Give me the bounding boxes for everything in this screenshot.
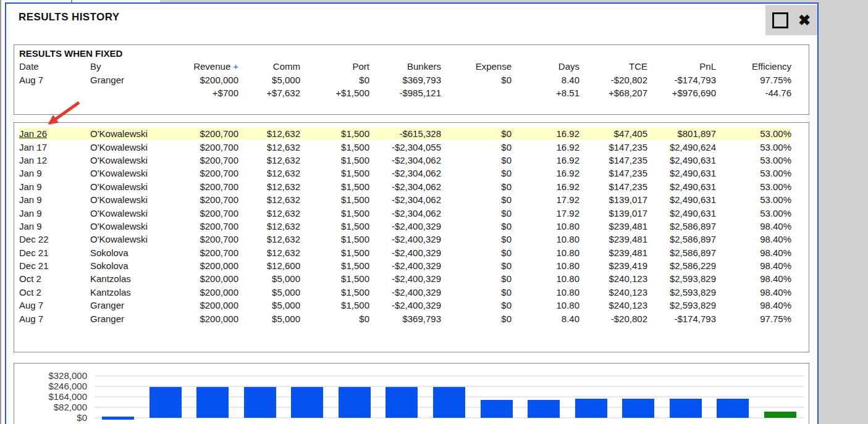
cell-by: Kantzolas xyxy=(90,286,189,299)
cell-days: 10.80 xyxy=(512,259,579,272)
cell-expense: $0 xyxy=(441,286,512,299)
fixed-result-row: Aug 7Granger$200,000$5,000$0$369,793$08.… xyxy=(19,73,791,86)
col-header-efficiency: Efficiency xyxy=(716,60,791,73)
date-link[interactable]: Jan 26 xyxy=(19,127,90,140)
cell-tce: -$20,802 xyxy=(579,312,647,325)
cell-bunkers: -$2,400,329 xyxy=(369,259,441,272)
date-link[interactable]: Aug 7 xyxy=(19,312,90,325)
cell-expense: $0 xyxy=(441,272,512,285)
date-link[interactable]: Dec 22 xyxy=(19,233,90,246)
table-row[interactable]: Jan 9O'Kowalewski$200,700$12,632$1,500-$… xyxy=(19,180,791,193)
cell-expense: $0 xyxy=(441,167,512,180)
cell-by: O'Kowalewski xyxy=(90,154,189,167)
cell-bunkers: -$2,304,055 xyxy=(369,140,441,153)
cell-comm: $12,632 xyxy=(238,140,300,153)
chart-bar xyxy=(102,417,134,420)
cell-revenue: $200,000 xyxy=(189,272,238,285)
cell-expense: $0 xyxy=(441,140,512,153)
cell-revenue: $200,000 xyxy=(189,259,238,272)
date-link[interactable]: Jan 9 xyxy=(19,167,90,180)
table-row[interactable]: Jan 26O'Kowalewski$200,700$12,632$1,500-… xyxy=(19,127,791,140)
cell-pnl: $2,586,897 xyxy=(647,233,716,246)
col-header-days: Days xyxy=(512,60,579,73)
cell-bunkers: -$2,400,329 xyxy=(369,220,441,233)
chart-plot-area: $328,000$246,000$164,000$82,000$0-$82,00… xyxy=(14,364,809,424)
table-row[interactable]: Dec 21Sokolova$200,700$12,632$1,500-$2,4… xyxy=(19,246,791,259)
cell-revenue: $200,700 xyxy=(189,220,238,233)
cell-days: 16.92 xyxy=(512,180,579,193)
date-link[interactable]: Jan 9 xyxy=(19,180,90,193)
date-link[interactable]: Aug 7 xyxy=(19,299,90,312)
cell-efficiency: 98.40% xyxy=(716,246,791,259)
cell-by: O'Kowalewski xyxy=(90,193,189,206)
date-link[interactable]: Oct 2 xyxy=(19,272,90,285)
cell-pnl: $2,586,897 xyxy=(647,220,716,233)
cell-efficiency: 53.00% xyxy=(716,167,791,180)
cell-days: 10.80 xyxy=(512,272,579,285)
chart-bar xyxy=(764,412,796,418)
cell-efficiency: 98.40% xyxy=(716,259,791,272)
table-row[interactable]: Jan 12O'Kowalewski$200,700$12,632$1,500-… xyxy=(19,154,791,167)
cell-expense: $0 xyxy=(441,127,512,140)
results-history-dialog: RESULTS HISTORY ✖ RESULTS WHEN FIXED Dat… xyxy=(5,2,819,424)
table-row[interactable]: Jan 9O'Kowalewski$200,700$12,632$1,500-$… xyxy=(19,167,791,180)
cell-efficiency: 98.40% xyxy=(716,272,791,285)
cell-pnl: $2,586,897 xyxy=(647,246,716,259)
cell-comm: $5,000 xyxy=(238,312,300,325)
table-row[interactable]: Jan 17O'Kowalewski$200,700$12,632$1,500-… xyxy=(19,140,791,153)
table-row[interactable]: Jan 9O'Kowalewski$200,700$12,632$1,500-$… xyxy=(19,206,791,219)
maximize-icon[interactable] xyxy=(772,12,788,28)
cell-pnl: $2,490,631 xyxy=(647,167,716,180)
date-link[interactable]: Jan 9 xyxy=(19,220,90,233)
table-row[interactable]: Dec 22O'Kowalewski$200,700$12,632$1,500-… xyxy=(19,233,791,246)
cell-pnl: $2,490,631 xyxy=(647,154,716,167)
date-link[interactable]: Jan 17 xyxy=(19,140,90,153)
col-header-port: Port xyxy=(300,60,369,73)
cell-pnl: $2,593,829 xyxy=(647,286,716,299)
date-link[interactable]: Jan 9 xyxy=(19,206,90,219)
table-row[interactable]: Aug 7Granger$200,000$5,000$1,500-$2,400,… xyxy=(19,299,791,312)
cell-by: O'Kowalewski xyxy=(90,140,189,153)
cell-pnl: $801,897 xyxy=(647,127,716,140)
table-row[interactable]: Dec 21Sokolova$200,000$12,600$1,500-$2,4… xyxy=(19,259,791,272)
chart-bar xyxy=(622,399,654,418)
cell-pnl: $2,593,829 xyxy=(647,299,716,312)
cell-port: $1,500 xyxy=(300,286,369,299)
table-row[interactable]: Jan 9O'Kowalewski$200,700$12,632$1,500-$… xyxy=(19,220,791,233)
table-row[interactable]: Aug 7Granger$200,000$5,000$0$369,793$08.… xyxy=(19,312,791,325)
cell-port: +$1,500 xyxy=(300,86,369,99)
cell-revenue: $200,000 xyxy=(189,286,238,299)
table-row[interactable]: Oct 2Kantzolas$200,000$5,000$1,500-$2,40… xyxy=(19,272,791,285)
date-link[interactable]: Oct 2 xyxy=(19,286,90,299)
date-link[interactable]: Aug 7 xyxy=(19,73,90,86)
cell-revenue: $200,000 xyxy=(189,73,238,86)
cell-efficiency: 53.00% xyxy=(716,206,791,219)
tce-history-chart: $328,000$246,000$164,000$82,000$0-$82,00… xyxy=(14,363,809,424)
cell-bunkers: -$2,400,329 xyxy=(369,246,441,259)
window-controls: ✖ xyxy=(765,5,817,35)
close-icon[interactable]: ✖ xyxy=(798,14,811,27)
cell-by: Granger xyxy=(90,299,189,312)
cell-efficiency: 53.00% xyxy=(716,180,791,193)
date-link[interactable]: Dec 21 xyxy=(19,246,90,259)
cell-efficiency: 53.00% xyxy=(716,154,791,167)
date-link[interactable]: Jan 12 xyxy=(19,154,90,167)
chart-bar xyxy=(575,399,607,418)
cell-revenue: $200,000 xyxy=(189,299,238,312)
cell-tce: $239,481 xyxy=(579,246,647,259)
cell-revenue: $200,700 xyxy=(189,180,238,193)
cell-efficiency: 98.40% xyxy=(716,220,791,233)
chart-bar xyxy=(150,387,182,418)
date-link[interactable]: Dec 21 xyxy=(19,259,90,272)
cell-by: O'Kowalewski xyxy=(90,233,189,246)
table-row[interactable]: Jan 9O'Kowalewski$200,700$12,632$1,500-$… xyxy=(19,193,791,206)
date-link[interactable]: Jan 9 xyxy=(19,193,90,206)
table-row[interactable]: Oct 2Kantzolas$200,000$5,000$1,500-$2,40… xyxy=(19,286,791,299)
sort-ascending-control[interactable]: + xyxy=(233,61,238,72)
cell-pnl: $2,490,631 xyxy=(647,180,716,193)
cell-days: 16.92 xyxy=(512,127,579,140)
cell-bunkers: -$2,400,329 xyxy=(369,286,441,299)
cell-comm: $12,632 xyxy=(238,246,300,259)
cell-days: 17.92 xyxy=(512,193,579,206)
cell-port: $0 xyxy=(300,312,369,325)
